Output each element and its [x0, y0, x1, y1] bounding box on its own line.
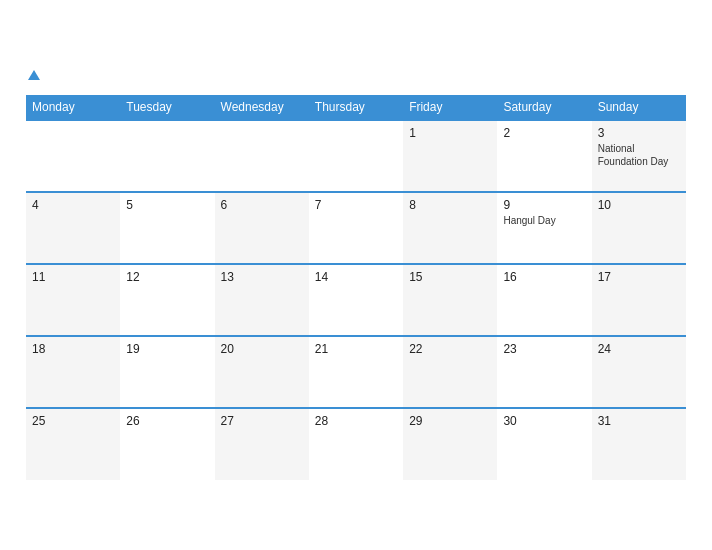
calendar-cell: 25 — [26, 408, 120, 480]
calendar-cell: 2 — [497, 120, 591, 192]
calendar-cell: 23 — [497, 336, 591, 408]
calendar-cell: 9Hangul Day — [497, 192, 591, 264]
calendar-header — [26, 65, 686, 83]
day-number: 17 — [598, 270, 680, 284]
calendar-cell — [26, 120, 120, 192]
day-number: 2 — [503, 126, 585, 140]
weekday-header-saturday: Saturday — [497, 95, 591, 120]
day-number: 24 — [598, 342, 680, 356]
calendar-cell: 19 — [120, 336, 214, 408]
day-number: 30 — [503, 414, 585, 428]
weekday-header-wednesday: Wednesday — [215, 95, 309, 120]
day-number: 7 — [315, 198, 397, 212]
calendar-cell: 20 — [215, 336, 309, 408]
day-number: 11 — [32, 270, 114, 284]
week-row-4: 25262728293031 — [26, 408, 686, 480]
day-number: 21 — [315, 342, 397, 356]
week-row-3: 18192021222324 — [26, 336, 686, 408]
calendar-cell — [309, 120, 403, 192]
logo — [26, 65, 40, 83]
day-number: 29 — [409, 414, 491, 428]
day-number: 20 — [221, 342, 303, 356]
day-number: 31 — [598, 414, 680, 428]
day-number: 4 — [32, 198, 114, 212]
calendar-cell: 11 — [26, 264, 120, 336]
day-number: 9 — [503, 198, 585, 212]
calendar-cell: 26 — [120, 408, 214, 480]
day-number: 15 — [409, 270, 491, 284]
calendar-container: MondayTuesdayWednesdayThursdayFridaySatu… — [11, 55, 701, 495]
calendar-cell: 28 — [309, 408, 403, 480]
holiday-name: Hangul Day — [503, 214, 585, 227]
day-number: 1 — [409, 126, 491, 140]
weekday-header-thursday: Thursday — [309, 95, 403, 120]
calendar-cell: 6 — [215, 192, 309, 264]
calendar-cell: 22 — [403, 336, 497, 408]
day-number: 12 — [126, 270, 208, 284]
logo-triangle-icon — [28, 70, 40, 80]
calendar-cell: 16 — [497, 264, 591, 336]
day-number: 27 — [221, 414, 303, 428]
calendar-grid: MondayTuesdayWednesdayThursdayFridaySatu… — [26, 95, 686, 480]
day-number: 13 — [221, 270, 303, 284]
day-number: 10 — [598, 198, 680, 212]
calendar-cell: 3National Foundation Day — [592, 120, 686, 192]
calendar-cell: 13 — [215, 264, 309, 336]
day-number: 8 — [409, 198, 491, 212]
calendar-cell: 24 — [592, 336, 686, 408]
day-number: 16 — [503, 270, 585, 284]
day-number: 19 — [126, 342, 208, 356]
calendar-cell: 15 — [403, 264, 497, 336]
calendar-cell: 7 — [309, 192, 403, 264]
calendar-cell: 17 — [592, 264, 686, 336]
day-number: 28 — [315, 414, 397, 428]
weekday-header-tuesday: Tuesday — [120, 95, 214, 120]
day-number: 26 — [126, 414, 208, 428]
calendar-cell — [120, 120, 214, 192]
logo-general — [26, 65, 40, 83]
calendar-cell: 5 — [120, 192, 214, 264]
day-number: 18 — [32, 342, 114, 356]
day-number: 5 — [126, 198, 208, 212]
calendar-cell: 31 — [592, 408, 686, 480]
day-number: 22 — [409, 342, 491, 356]
calendar-cell: 18 — [26, 336, 120, 408]
holiday-name: National Foundation Day — [598, 142, 680, 168]
calendar-thead: MondayTuesdayWednesdayThursdayFridaySatu… — [26, 95, 686, 120]
day-number: 6 — [221, 198, 303, 212]
day-number: 23 — [503, 342, 585, 356]
calendar-cell: 14 — [309, 264, 403, 336]
week-row-2: 11121314151617 — [26, 264, 686, 336]
calendar-cell: 4 — [26, 192, 120, 264]
week-row-1: 456789Hangul Day10 — [26, 192, 686, 264]
weekday-header-friday: Friday — [403, 95, 497, 120]
calendar-cell: 21 — [309, 336, 403, 408]
calendar-tbody: 123National Foundation Day456789Hangul D… — [26, 120, 686, 480]
weekday-header-sunday: Sunday — [592, 95, 686, 120]
calendar-cell — [215, 120, 309, 192]
day-number: 14 — [315, 270, 397, 284]
day-number: 3 — [598, 126, 680, 140]
weekday-header-row: MondayTuesdayWednesdayThursdayFridaySatu… — [26, 95, 686, 120]
weekday-header-monday: Monday — [26, 95, 120, 120]
calendar-cell: 8 — [403, 192, 497, 264]
day-number: 25 — [32, 414, 114, 428]
calendar-cell: 30 — [497, 408, 591, 480]
week-row-0: 123National Foundation Day — [26, 120, 686, 192]
calendar-cell: 12 — [120, 264, 214, 336]
calendar-cell: 27 — [215, 408, 309, 480]
calendar-cell: 29 — [403, 408, 497, 480]
calendar-cell: 10 — [592, 192, 686, 264]
calendar-cell: 1 — [403, 120, 497, 192]
